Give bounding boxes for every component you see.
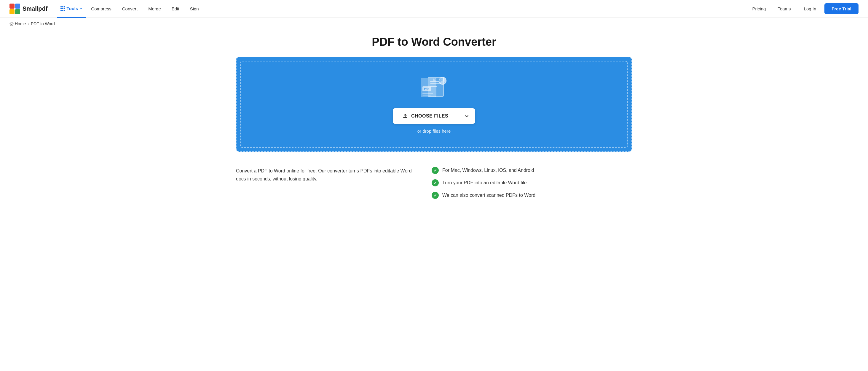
svg-text:PDF: PDF xyxy=(424,88,430,90)
choose-files-button[interactable]: CHOOSE FILES xyxy=(393,108,458,124)
nav-teams[interactable]: Teams xyxy=(773,4,795,13)
breadcrumb: Home › PDF to Word xyxy=(0,18,868,30)
tools-button[interactable]: Tools xyxy=(57,0,86,18)
home-icon xyxy=(9,22,13,26)
login-button[interactable]: Log In xyxy=(798,4,823,13)
info-description-text: Convert a PDF to Word online for free. O… xyxy=(236,167,414,183)
info-section: Convert a PDF to Word online for free. O… xyxy=(236,164,632,202)
breadcrumb-current: PDF to Word xyxy=(31,21,55,26)
feature-item-2: Turn your PDF into an editable Word file xyxy=(432,179,632,187)
page-title: PDF to Word Converter xyxy=(236,36,632,48)
check-icon-3 xyxy=(432,192,439,199)
choose-files-label: CHOOSE FILES xyxy=(411,113,448,119)
info-description: Convert a PDF to Word online for free. O… xyxy=(236,167,414,199)
svg-rect-14 xyxy=(403,117,407,118)
breadcrumb-separator: › xyxy=(28,21,29,26)
logo-link[interactable]: Smallpdf xyxy=(9,4,48,14)
feature-text-2: Turn your PDF into an editable Word file xyxy=(442,180,527,186)
file-icon-group: PDF xyxy=(421,75,447,100)
chevron-down-icon xyxy=(464,113,469,119)
nav-right: Pricing Teams Log In Free Trial xyxy=(748,3,859,14)
svg-rect-2 xyxy=(9,9,14,14)
svg-rect-12 xyxy=(423,95,431,95)
nav-link-compress[interactable]: Compress xyxy=(86,0,116,18)
nav-link-sign[interactable]: Sign xyxy=(185,0,204,18)
feature-text-3: We can also convert scanned PDFs to Word xyxy=(442,193,535,198)
svg-rect-0 xyxy=(9,4,14,9)
feature-item-3: We can also convert scanned PDFs to Word xyxy=(432,192,632,199)
choose-files-row: CHOOSE FILES xyxy=(393,108,475,124)
main-content: PDF to Word Converter xyxy=(226,30,642,214)
svg-rect-11 xyxy=(423,93,433,94)
navbar: Smallpdf Tools Compress Convert Merge Ed… xyxy=(0,0,868,18)
tools-label: Tools xyxy=(66,6,78,11)
logo-text: Smallpdf xyxy=(23,5,48,12)
nav-pricing[interactable]: Pricing xyxy=(748,4,771,13)
upload-icon xyxy=(402,113,408,119)
nav-link-edit[interactable]: Edit xyxy=(167,0,184,18)
free-trial-button[interactable]: Free Trial xyxy=(825,3,859,14)
chevron-down-icon xyxy=(79,7,83,10)
nav-link-merge[interactable]: Merge xyxy=(144,0,166,18)
check-icon-2 xyxy=(432,179,439,187)
feature-item-1: For Mac, Windows, Linux, iOS, and Androi… xyxy=(432,167,632,174)
dropzone-border xyxy=(240,61,628,148)
logo-icon xyxy=(9,4,20,14)
breadcrumb-home-text: Home xyxy=(15,21,26,26)
grid-icon xyxy=(60,6,65,11)
dropzone[interactable]: PDF xyxy=(236,57,632,152)
choose-files-dropdown-button[interactable] xyxy=(458,109,475,123)
svg-rect-1 xyxy=(15,4,20,9)
pdf-files-icon: PDF xyxy=(421,75,447,99)
check-icon-1 xyxy=(432,167,439,174)
drop-text: or drop files here xyxy=(417,129,451,134)
info-features: For Mac, Windows, Linux, iOS, and Androi… xyxy=(432,167,632,199)
feature-text-1: For Mac, Windows, Linux, iOS, and Androi… xyxy=(442,168,534,173)
breadcrumb-home-link[interactable]: Home xyxy=(9,21,26,26)
nav-link-convert[interactable]: Convert xyxy=(117,0,143,18)
svg-rect-3 xyxy=(15,9,20,14)
nav-links: Compress Convert Merge Edit Sign xyxy=(86,0,747,18)
